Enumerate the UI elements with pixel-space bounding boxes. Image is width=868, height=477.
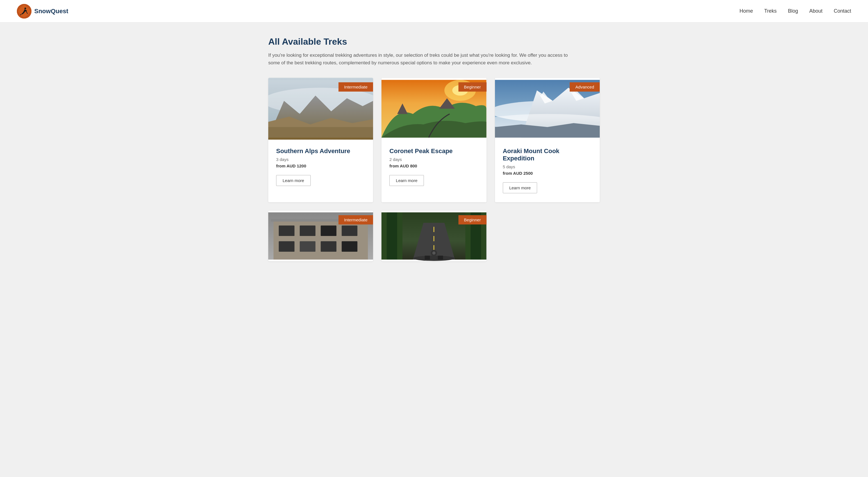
svg-rect-31 — [321, 241, 337, 252]
trek-card-1: Intermediate Southern Alps Adventure 3 d… — [268, 78, 373, 202]
trek-card-bottom-1: Intermediate — [268, 211, 373, 261]
difficulty-badge-3: Advanced — [570, 82, 600, 92]
svg-point-45 — [432, 251, 435, 255]
site-header: SnowQuest Home Treks Blog About Contact — [0, 0, 868, 23]
svg-rect-29 — [279, 241, 294, 252]
trek-info-3: Aoraki Mount Cook Expedition 5 days from… — [495, 139, 600, 202]
svg-rect-28 — [342, 226, 357, 236]
logo-text: SnowQuest — [34, 8, 68, 15]
nav-contact[interactable]: Contact — [834, 8, 851, 14]
trek-card-2: Beginner Coronet Peak Escape 2 days from… — [381, 78, 486, 202]
learn-more-button-3[interactable]: Learn more — [503, 182, 537, 193]
svg-point-41 — [413, 256, 455, 261]
trek-image-wrapper-3: Advanced — [495, 78, 600, 139]
learn-more-button-1[interactable]: Learn more — [276, 175, 311, 186]
svg-rect-36 — [387, 212, 397, 260]
difficulty-badge-2: Beginner — [459, 82, 487, 92]
nav-about[interactable]: About — [809, 8, 823, 14]
trek-card-bottom-2: Beginner — [381, 211, 486, 261]
svg-point-2 — [25, 8, 26, 9]
trek-image-partial-1: Intermediate — [268, 211, 373, 261]
main-content: All Available Treks If you're looking fo… — [251, 23, 617, 275]
svg-rect-26 — [300, 226, 315, 236]
trek-duration-2: 2 days — [389, 157, 478, 162]
logo-icon — [17, 4, 31, 19]
trek-price-2: from AUD 800 — [389, 163, 478, 168]
svg-rect-43 — [438, 256, 443, 260]
trek-grid: Intermediate Southern Alps Adventure 3 d… — [268, 78, 600, 202]
trek-duration-3: 5 days — [503, 164, 592, 169]
svg-rect-30 — [300, 241, 315, 252]
trek-price-3: from AUD 2500 — [503, 171, 592, 176]
nav-home[interactable]: Home — [740, 8, 753, 14]
main-nav: Home Treks Blog About Contact — [740, 8, 851, 14]
logo-area[interactable]: SnowQuest — [17, 4, 68, 19]
svg-rect-27 — [321, 226, 337, 236]
svg-rect-25 — [279, 226, 294, 236]
trek-price-1: from AUD 1200 — [276, 163, 365, 168]
trek-name-1: Southern Alps Adventure — [276, 148, 365, 155]
nav-treks[interactable]: Treks — [764, 8, 777, 14]
trek-image-partial-2: Beginner — [381, 211, 486, 261]
trek-card-3: Advanced Aoraki Mount Cook Expedition 5 … — [495, 78, 600, 202]
difficulty-badge-bottom-2: Beginner — [459, 215, 487, 224]
page-description: If you're looking for exceptional trekki… — [268, 52, 577, 67]
trek-image-wrapper-2: Beginner — [381, 78, 486, 139]
trek-name-2: Coronet Peak Escape — [389, 148, 478, 155]
trek-grid-bottom: Intermediate — [268, 211, 600, 261]
svg-rect-42 — [425, 256, 430, 260]
trek-image-wrapper-1: Intermediate — [268, 78, 373, 139]
page-title: All Available Treks — [268, 36, 600, 47]
learn-more-button-2[interactable]: Learn more — [389, 175, 424, 186]
difficulty-badge-1: Intermediate — [339, 82, 373, 92]
difficulty-badge-bottom-1: Intermediate — [339, 215, 373, 224]
nav-blog[interactable]: Blog — [788, 8, 798, 14]
svg-rect-32 — [342, 241, 357, 252]
trek-name-3: Aoraki Mount Cook Expedition — [503, 148, 592, 162]
trek-info-2: Coronet Peak Escape 2 days from AUD 800 … — [381, 139, 486, 195]
trek-duration-1: 3 days — [276, 157, 365, 162]
trek-info-1: Southern Alps Adventure 3 days from AUD … — [268, 139, 373, 195]
